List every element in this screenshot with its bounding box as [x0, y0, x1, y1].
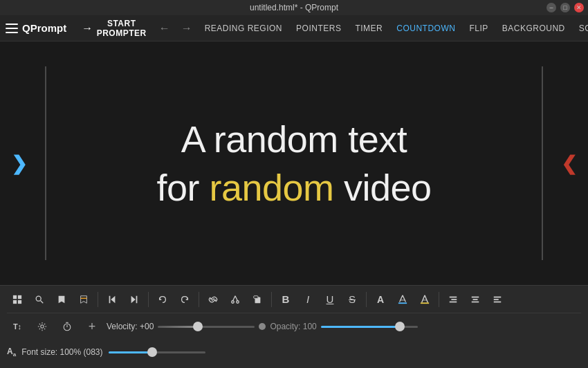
minimize-button[interactable]: – — [546, 3, 556, 12]
toolbar-row1: B I U S A — [7, 286, 581, 313]
undo-button[interactable] — [152, 289, 173, 310]
separator4 — [271, 292, 272, 307]
svg-rect-3 — [18, 300, 21, 303]
font-size-icon-button[interactable]: T↕ — [7, 316, 28, 337]
window-controls: – □ ✕ — [546, 3, 584, 12]
window-title: untitled.html* - QPrompt — [250, 3, 338, 12]
svg-rect-30 — [472, 301, 479, 302]
content-border: A random text for random video — [45, 66, 543, 260]
font-color-button[interactable]: A — [370, 289, 391, 310]
svg-rect-17 — [398, 302, 407, 304]
svg-line-22 — [425, 295, 428, 302]
close-button[interactable]: ✕ — [574, 3, 584, 12]
cut-button[interactable] — [225, 289, 246, 310]
bookmark2-button[interactable] — [73, 289, 94, 310]
timer-button[interactable] — [57, 316, 77, 337]
highlight-color-button[interactable] — [392, 289, 413, 310]
add-button[interactable]: + — [82, 316, 102, 337]
align-left-button[interactable] — [487, 289, 508, 310]
svg-point-12 — [237, 300, 239, 303]
app-title: QPrompt — [22, 22, 66, 34]
svg-rect-16 — [254, 295, 258, 298]
strikethrough-button[interactable]: S — [342, 289, 362, 310]
prompter-line2: for random video — [156, 163, 431, 212]
prompter-area: ❯ A random text for random video ❮ — [0, 42, 588, 285]
nav-back-button[interactable]: ← — [155, 19, 174, 37]
maximize-button[interactable]: □ — [560, 3, 570, 12]
menu-flip[interactable]: FLIP — [463, 21, 493, 36]
svg-rect-28 — [472, 296, 479, 297]
bookmark-button[interactable] — [51, 289, 72, 310]
nav-forward-button[interactable]: → — [177, 19, 196, 37]
svg-rect-0 — [13, 295, 17, 298]
svg-line-19 — [403, 295, 405, 302]
skip-end-button[interactable] — [124, 289, 145, 310]
opacity-dot-icon — [259, 323, 266, 330]
start-arrow-icon: → — [82, 22, 93, 35]
svg-marker-8 — [111, 295, 115, 303]
separator2 — [148, 292, 149, 307]
text-color-button[interactable] — [414, 289, 435, 310]
redo-button[interactable] — [174, 289, 195, 310]
svg-rect-1 — [18, 295, 21, 298]
svg-rect-27 — [450, 301, 457, 302]
underline-button[interactable]: U — [320, 289, 340, 310]
svg-line-13 — [233, 295, 236, 300]
svg-point-11 — [232, 300, 235, 303]
svg-rect-32 — [494, 299, 499, 300]
svg-rect-24 — [421, 302, 429, 304]
svg-line-18 — [400, 295, 403, 302]
velocity-slider[interactable] — [158, 326, 255, 328]
separator6 — [439, 292, 439, 307]
fontsize-slider[interactable] — [109, 351, 205, 353]
svg-rect-29 — [473, 299, 478, 300]
menu-screens[interactable]: SCREENS — [573, 21, 588, 36]
svg-rect-31 — [494, 296, 502, 297]
svg-point-4 — [36, 296, 41, 301]
opacity-slider[interactable] — [321, 326, 418, 328]
menu-countdown[interactable]: COUNTDOWN — [391, 21, 461, 36]
prompter-text: A random text for random video — [156, 115, 431, 212]
svg-rect-26 — [451, 299, 457, 300]
svg-marker-7 — [109, 295, 111, 303]
velocity-label: Velocity: +00 — [107, 322, 154, 331]
font-size-label: Font size: 100% (083) — [21, 347, 102, 357]
settings-button[interactable] — [32, 316, 53, 337]
hamburger-menu-icon[interactable] — [6, 21, 18, 36]
right-arrow-button[interactable]: ❮ — [554, 145, 584, 182]
toolbar-area: B I U S A T↕ + Velocity: +00 — [0, 285, 588, 368]
opacity-label: Opacity: 100 — [270, 322, 316, 331]
line2-prefix: for — [156, 167, 209, 208]
fontsize-icon: Aa — [7, 347, 16, 358]
bold-button[interactable]: B — [275, 289, 296, 310]
layout-button[interactable] — [7, 289, 28, 310]
menu-timer[interactable]: TIMER — [349, 21, 388, 36]
separator3 — [199, 292, 199, 307]
svg-marker-10 — [131, 295, 136, 303]
left-arrow-button[interactable]: ❯ — [4, 145, 34, 182]
link-button[interactable] — [203, 289, 223, 310]
menu-pointers[interactable]: POINTERS — [291, 21, 347, 36]
skip-start-button[interactable] — [102, 289, 122, 310]
search-button[interactable] — [29, 289, 50, 310]
prompter-line1: A random text — [156, 115, 431, 163]
separator1 — [98, 292, 98, 307]
svg-line-21 — [422, 295, 425, 302]
line2-highlight: random — [209, 167, 333, 208]
start-prompter-label: START PROMPTER — [97, 19, 147, 38]
svg-marker-9 — [136, 295, 138, 303]
svg-point-34 — [41, 325, 44, 328]
title-bar: untitled.html* - QPrompt – □ ✕ — [0, 0, 588, 15]
menu-reading-region[interactable]: READING REGION — [199, 21, 288, 36]
toolbar-row2: T↕ + Velocity: +00 Opacity: 100 — [7, 313, 581, 340]
align-right-button[interactable] — [443, 289, 463, 310]
paste-button[interactable] — [247, 289, 268, 310]
align-center-button[interactable] — [465, 289, 486, 310]
svg-rect-2 — [13, 300, 17, 303]
italic-button[interactable]: I — [297, 289, 318, 310]
svg-rect-25 — [450, 296, 457, 297]
line2-suffix: video — [334, 167, 432, 208]
menu-background[interactable]: BACKGROUND — [497, 21, 571, 36]
start-prompter-button[interactable]: → START PROMPTER — [76, 16, 152, 41]
svg-rect-33 — [494, 301, 502, 302]
